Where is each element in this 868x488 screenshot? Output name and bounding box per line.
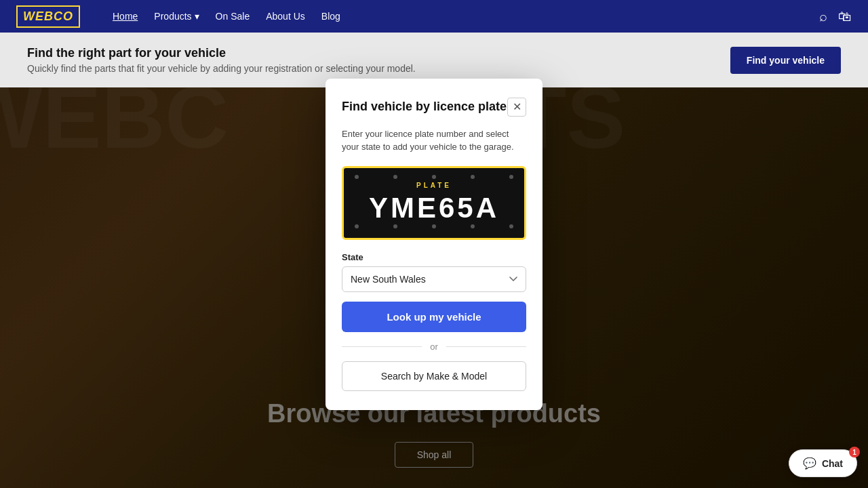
- modal-description: Enter your licence plate number and sele…: [342, 127, 526, 154]
- plate-dot: [432, 224, 436, 228]
- plate-dot: [393, 175, 397, 179]
- chat-label: Chat: [822, 458, 843, 469]
- plate-dot: [355, 175, 359, 179]
- plate-dot: [509, 224, 513, 228]
- plate-dots-bottom: [355, 224, 513, 228]
- licence-plate-modal: Find vehicle by licence plate ✕ Enter yo…: [326, 79, 542, 410]
- plate-dot: [393, 224, 397, 228]
- plate-dot: [471, 224, 475, 228]
- search-make-model-button[interactable]: Search by Make & Model: [342, 361, 526, 391]
- or-divider: or: [342, 342, 526, 352]
- chat-badge: 1: [849, 447, 860, 458]
- chat-bubble-icon: 💬: [803, 457, 816, 470]
- state-label: State: [342, 252, 526, 262]
- modal-header: Find vehicle by licence plate ✕: [342, 98, 526, 117]
- plate-dot: [432, 175, 436, 179]
- licence-plate-display: PLATE YME65A: [342, 166, 526, 240]
- or-line-left: [342, 346, 422, 347]
- modal-backdrop: Find vehicle by licence plate ✕ Enter yo…: [0, 0, 868, 488]
- or-text: or: [430, 342, 438, 352]
- lookup-vehicle-button[interactable]: Look up my vehicle: [342, 302, 526, 332]
- modal-title: Find vehicle by licence plate: [342, 100, 507, 114]
- plate-dot: [509, 175, 513, 179]
- modal-close-button[interactable]: ✕: [507, 98, 526, 117]
- plate-dot: [355, 224, 359, 228]
- plate-dot: [471, 175, 475, 179]
- page: WEBCO Home Products ▾ On Sale About Us B…: [0, 0, 868, 488]
- chat-button[interactable]: 💬 Chat 1: [789, 449, 857, 477]
- plate-dots-top: [355, 175, 513, 179]
- plate-label: PLATE: [355, 182, 513, 189]
- chat-widget: 💬 Chat 1: [789, 449, 857, 477]
- state-select[interactable]: New South Wales Victoria Queensland Sout…: [342, 266, 526, 292]
- or-line-right: [446, 346, 526, 347]
- plate-number: YME65A: [355, 192, 513, 224]
